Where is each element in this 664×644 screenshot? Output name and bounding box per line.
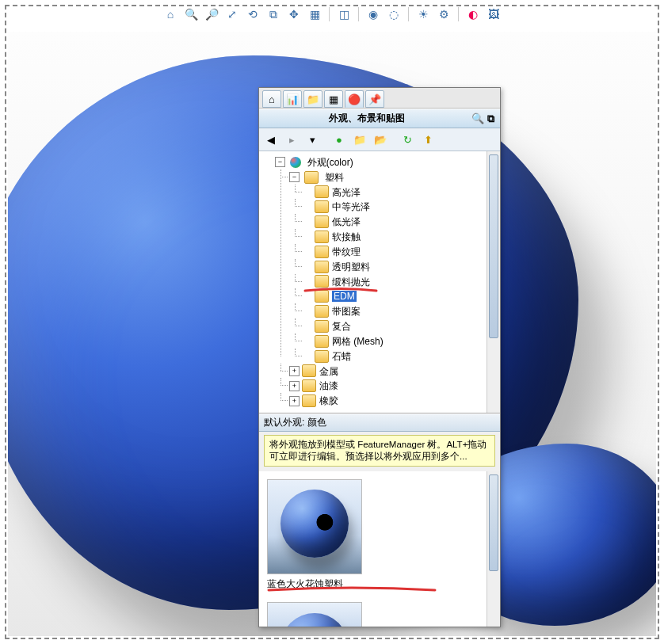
color-icon[interactable]: ◐ — [465, 6, 481, 22]
tree-item-缎料抛光[interactable]: 缎料抛光 — [332, 276, 370, 287]
wireframe-icon[interactable]: ◌ — [386, 6, 402, 22]
box-view-icon[interactable]: ◫ — [336, 6, 352, 22]
panel-tab-bar: ⌂ 📊 📁 ▦ 🔴 📌 — [259, 88, 500, 109]
render-icon[interactable]: ☀ — [415, 6, 431, 22]
tree-item-中等光泽[interactable]: 中等光泽 — [332, 201, 370, 212]
tree-item-复合[interactable]: 复合 — [332, 321, 351, 332]
tree-item-软接触[interactable]: 软接触 — [332, 231, 361, 242]
tree-item-透明塑料[interactable]: 透明塑料 — [332, 261, 370, 272]
display-style-icon[interactable]: ▦ — [307, 6, 322, 22]
thumbnail-sphere — [280, 613, 349, 627]
nav-dropdown[interactable]: ▾ — [303, 131, 321, 148]
orbit-icon[interactable]: ⟲ — [245, 6, 261, 22]
folder-icon — [315, 290, 329, 303]
folder-icon — [302, 394, 316, 407]
tree-item-带图案[interactable]: 带图案 — [332, 306, 361, 317]
search-icon[interactable]: 🔍 — [471, 112, 484, 125]
thumbnail-sphere — [280, 490, 349, 558]
expander[interactable]: + — [289, 381, 300, 391]
zoom-fit-icon[interactable]: ⤢ — [224, 6, 240, 22]
new-folder-icon[interactable]: 📁 — [351, 131, 368, 148]
tree-item-网格 (Mesh)[interactable]: 网格 (Mesh) — [332, 336, 384, 347]
shaded-icon[interactable]: ◉ — [365, 6, 381, 22]
expander-plastic[interactable]: − — [289, 172, 300, 182]
tab-folder[interactable]: 📁 — [303, 90, 322, 108]
scrollbar-thumb[interactable] — [489, 474, 498, 571]
nav-forward-button[interactable]: ▸ — [283, 131, 300, 148]
appearance-thumbnail-partial[interactable] — [267, 602, 362, 627]
tab-chart[interactable]: 📊 — [283, 90, 302, 108]
nav-back-button[interactable]: ◀ — [262, 131, 280, 148]
tree-item-橡胶[interactable]: 橡胶 — [319, 395, 338, 406]
folder-icon — [315, 246, 329, 258]
tree-item-高光泽[interactable]: 高光泽 — [332, 186, 361, 197]
appearance-tree[interactable]: − 外观(color) − 塑料 高光泽中等光泽低光泽软接触带纹理透明塑料缎料抛… — [259, 151, 500, 413]
folder-icon — [315, 320, 329, 333]
folder-icon — [315, 185, 329, 198]
hud-sep — [458, 7, 459, 21]
tree-item-EDM[interactable]: EDM — [332, 291, 357, 302]
tab-appearance[interactable]: 🔴 — [345, 90, 364, 108]
refresh-icon[interactable]: ↻ — [399, 131, 416, 148]
folder-icon — [302, 379, 316, 392]
tree-item-金属[interactable]: 金属 — [319, 365, 338, 376]
up-icon[interactable]: ⬆ — [419, 131, 437, 148]
tree-item-油漆[interactable]: 油漆 — [319, 380, 338, 391]
default-appearance-prefix: 默认外观: — [264, 417, 307, 428]
tree-plastic[interactable]: 塑料 — [325, 172, 344, 183]
tab-pin[interactable]: 📌 — [365, 90, 384, 108]
appearance-thumbnail[interactable] — [267, 479, 362, 574]
hud-sep — [358, 7, 359, 21]
folder-icon — [315, 305, 329, 318]
panel-title: 外观、布景和贴图 — [262, 112, 471, 125]
pan-icon[interactable]: ✥ — [286, 6, 302, 22]
viewport-hud: ⌂ 🔍 🔎 ⤢ ⟲ ⧉ ✥ ▦ ◫ ◉ ◌ ☀ ⚙ ◐ 🖼 — [0, 6, 664, 22]
folder-icon — [315, 275, 329, 288]
folder-icon — [302, 364, 316, 377]
new-icon[interactable]: ● — [330, 131, 348, 148]
folder-icon — [315, 350, 329, 363]
tab-grid[interactable]: ▦ — [324, 90, 343, 108]
annotation-label-underline — [269, 584, 435, 587]
folder-icon — [315, 231, 329, 243]
folder-icon — [315, 335, 329, 348]
expander[interactable]: + — [289, 396, 300, 406]
panel-title-bar: 外观、布景和贴图 🔍 ⧉ — [259, 109, 500, 128]
hud-sep — [408, 7, 409, 21]
folder-icon — [304, 171, 319, 184]
default-appearance-header: 默认外观: 颜色 — [259, 413, 500, 432]
panel-toolbar: ◀ ▸ ▾ ● 📁 📂 ↻ ⬆ — [259, 128, 500, 151]
tree-item-低光泽[interactable]: 低光泽 — [332, 216, 361, 227]
hint-text: 将外观拖放到模型或 FeatureManager 树。ALT+拖动可立即进行编辑… — [264, 435, 495, 467]
expander-root[interactable]: − — [275, 157, 285, 167]
preview-area[interactable]: 蓝色大火花蚀塑料 — [259, 471, 500, 627]
appearance-root-icon — [290, 157, 301, 168]
open-icon[interactable]: 📂 — [372, 131, 389, 148]
tree-root[interactable]: 外观(color) — [307, 157, 353, 168]
folder-icon — [315, 200, 329, 213]
default-appearance-value: 颜色 — [307, 417, 326, 428]
hud-sep — [329, 7, 330, 21]
image-icon[interactable]: 🖼 — [486, 6, 502, 22]
folder-icon — [315, 261, 329, 273]
expand-icon[interactable]: ⧉ — [484, 112, 497, 125]
appearance-panel: ⌂ 📊 📁 ▦ 🔴 📌 外观、布景和贴图 🔍 ⧉ ◀ ▸ ▾ ● 📁 📂 ↻ ⬆… — [258, 87, 501, 627]
tab-home[interactable]: ⌂ — [262, 90, 281, 108]
preview-scrollbar[interactable] — [487, 471, 500, 627]
tree-item-石蜡[interactable]: 石蜡 — [332, 351, 351, 362]
tree-item-带纹理[interactable]: 带纹理 — [332, 246, 361, 257]
expander[interactable]: + — [289, 366, 300, 376]
zoom-out-icon[interactable]: 🔎 — [204, 6, 219, 22]
settings-icon[interactable]: ⚙ — [436, 6, 452, 22]
zoom-in-icon[interactable]: 🔍 — [183, 6, 199, 22]
section-icon[interactable]: ⧉ — [265, 6, 281, 22]
folder-icon — [315, 215, 329, 228]
hud-home-icon[interactable]: ⌂ — [162, 6, 178, 22]
